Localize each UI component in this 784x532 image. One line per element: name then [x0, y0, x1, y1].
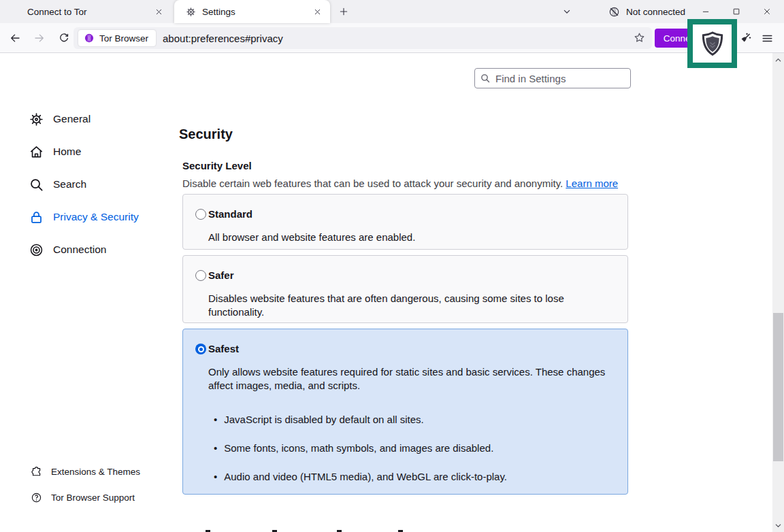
site-identity-chip[interactable]: Tor Browser	[78, 30, 156, 46]
close-button[interactable]	[755, 0, 779, 23]
scroll-down-arrow[interactable]	[772, 520, 784, 531]
sidebar-item-search[interactable]: Search	[0, 168, 170, 201]
bullet-item: •JavaScript is disabled by default on al…	[214, 413, 507, 427]
gear-icon	[29, 112, 44, 127]
radio-safer[interactable]	[195, 270, 206, 281]
sidebar-item-tor-browser-support[interactable]: Tor Browser Support	[0, 484, 170, 510]
radio-standard[interactable]	[195, 209, 206, 220]
annotation-highlight-box	[687, 19, 737, 68]
browser-window: Connect to Tor Settings Not connected	[0, 0, 784, 532]
bullet-item: •Audio and video (HTML5 media), and WebG…	[214, 470, 507, 484]
new-identity-broom-icon[interactable]	[735, 29, 754, 48]
puzzle-piece-icon	[31, 466, 42, 478]
question-circle-icon	[31, 492, 42, 503]
description-text: Disable certain web features that can be…	[182, 178, 566, 189]
sidebar-item-label: Home	[53, 146, 81, 158]
url-bar[interactable]: Tor Browser about:preferences#privacy	[74, 27, 652, 49]
bullet-icon: •	[214, 413, 217, 427]
search-icon	[480, 73, 491, 84]
tab-close-icon[interactable]	[151, 4, 166, 19]
option-label: Standard	[208, 208, 252, 220]
title-bar: Connect to Tor Settings Not connected	[0, 0, 784, 23]
magnifier-icon	[29, 177, 44, 193]
sidebar-item-label: Extensions & Themes	[51, 467, 140, 477]
settings-sidebar: General Home Search Privacy & Security C…	[0, 103, 170, 266]
hamburger-menu-icon[interactable]	[757, 29, 777, 48]
sidebar-item-extensions-themes[interactable]: Extensions & Themes	[0, 459, 170, 484]
bullet-item: •Some fonts, icons, math symbols, and im…	[214, 442, 507, 455]
security-level-shield-icon[interactable]	[699, 30, 726, 57]
settings-page: General Home Search Privacy & Security C…	[0, 53, 772, 532]
tab-label: Connect to Tor	[27, 7, 151, 17]
option-description: Disables website features that are often…	[208, 292, 606, 319]
bullet-icon: •	[214, 470, 217, 484]
page-title: Security	[179, 127, 233, 142]
concentric-circles-icon	[29, 242, 44, 258]
option-description: All browser and website features are ena…	[208, 231, 606, 244]
sidebar-item-privacy-security[interactable]: Privacy & Security	[0, 201, 170, 233]
gear-icon	[186, 7, 196, 17]
tab-connect-to-tor[interactable]: Connect to Tor	[11, 0, 172, 23]
tab-label: Settings	[202, 7, 310, 17]
tab-settings[interactable]: Settings	[174, 0, 330, 23]
home-icon	[29, 144, 44, 160]
tab-close-icon[interactable]	[310, 4, 325, 19]
sidebar-item-label: Connection	[53, 244, 106, 256]
scroll-up-arrow[interactable]	[772, 54, 784, 65]
new-tab-button[interactable]	[335, 3, 353, 20]
tor-onion-icon	[84, 33, 95, 44]
sidebar-footer: Extensions & Themes Tor Browser Support	[0, 459, 170, 510]
sidebar-item-label: Search	[53, 178, 86, 190]
reload-button[interactable]	[54, 28, 74, 48]
option-label: Safer	[208, 269, 234, 281]
sidebar-item-label: Tor Browser Support	[51, 493, 135, 503]
option-label: Safest	[208, 343, 239, 354]
lock-icon	[29, 210, 44, 225]
url-text[interactable]: about:preferences#privacy	[163, 33, 283, 44]
search-input[interactable]	[474, 68, 631, 88]
tor-connection-status: Not connected	[608, 0, 685, 23]
scrollbar-thumb[interactable]	[773, 313, 783, 461]
option-description: Only allows website features required fo…	[208, 365, 606, 393]
list-all-tabs-button[interactable]	[558, 3, 576, 20]
security-level-heading: Security Level	[182, 160, 252, 171]
bookmark-star-icon[interactable]	[633, 31, 647, 45]
sidebar-item-connection[interactable]: Connection	[0, 233, 170, 266]
security-level-description: Disable certain web features that can be…	[182, 178, 618, 189]
forward-button[interactable]	[29, 28, 50, 48]
vertical-scrollbar[interactable]	[772, 53, 784, 532]
security-option-safest[interactable]: Safest Only allows website features requ…	[182, 329, 628, 495]
learn-more-link[interactable]: Learn more	[566, 178, 618, 189]
onion-not-connected-icon	[608, 5, 621, 18]
radio-safest[interactable]	[195, 344, 206, 354]
site-identity-label: Tor Browser	[99, 33, 148, 44]
navigation-toolbar: Tor Browser about:preferences#privacy Co…	[0, 23, 784, 53]
bullet-text: Audio and video (HTML5 media), and WebGL…	[224, 470, 507, 484]
security-option-standard[interactable]: Standard All browser and website feature…	[182, 194, 628, 250]
status-label: Not connected	[626, 7, 685, 17]
security-option-safer[interactable]: Safer Disables website features that are…	[182, 255, 628, 323]
safest-bullet-list: •JavaScript is disabled by default on al…	[214, 413, 507, 499]
sidebar-item-label: Privacy & Security	[53, 211, 139, 223]
bullet-icon: •	[214, 442, 217, 455]
bullet-text: JavaScript is disabled by default on all…	[224, 413, 424, 427]
sidebar-item-general[interactable]: General	[0, 103, 170, 135]
find-in-settings	[474, 68, 631, 88]
back-button[interactable]	[5, 28, 25, 48]
sidebar-item-home[interactable]: Home	[0, 135, 170, 168]
sidebar-item-label: General	[53, 113, 91, 125]
bullet-text: Some fonts, icons, math symbols, and ima…	[224, 442, 493, 455]
